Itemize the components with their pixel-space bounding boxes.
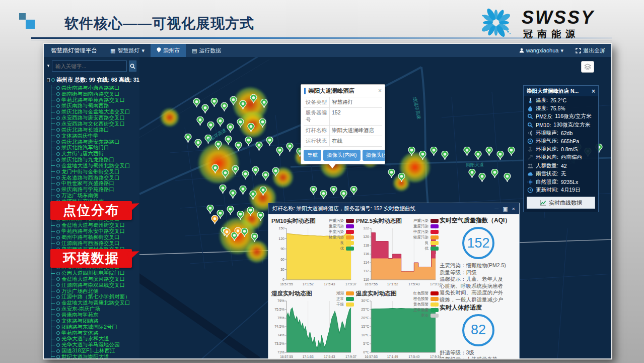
streetlight-marker-online[interactable]: [237, 118, 244, 128]
tree-root-node[interactable]: 崇州市 总数: 99 在线: 68 离线: 31: [47, 76, 139, 84]
streetlight-marker-online[interactable]: [255, 142, 263, 151]
streetlight-marker-online[interactable]: [468, 169, 476, 178]
streetlight-marker-online[interactable]: [225, 136, 232, 145]
streetlight-marker-online[interactable]: [237, 211, 244, 220]
streetlight-marker-online[interactable]: [196, 116, 204, 126]
streetlight-marker-online[interactable]: [430, 147, 438, 156]
streetlight-marker-warning[interactable]: [234, 227, 242, 237]
streetlight-marker-online[interactable]: [276, 147, 283, 156]
streetlight-marker-online[interactable]: [441, 151, 449, 160]
search-button[interactable]: [129, 60, 136, 72]
restore-icon[interactable]: ▣: [503, 206, 508, 212]
popup-action-button[interactable]: 导航: [304, 150, 321, 161]
streetlight-marker-online[interactable]: [252, 166, 259, 176]
streetlight-marker-online[interactable]: [388, 169, 395, 178]
popup-detail-row: 服务器编号152: [304, 108, 382, 126]
tree-collapse-icon[interactable]: [47, 78, 50, 82]
streetlight-marker-online[interactable]: [245, 137, 252, 146]
streetlight-marker-online[interactable]: [206, 205, 214, 214]
streetlight-marker-online[interactable]: [310, 186, 317, 196]
streetlight-marker-online[interactable]: [491, 169, 498, 178]
aqi-comfort-column: 实时空气质量指数（AQI）152主要污染：细颗粒物(PM2.5)质量等级：四级温…: [440, 216, 517, 359]
streetlight-marker-online[interactable]: [250, 94, 257, 104]
streetlight-marker-online[interactable]: [474, 151, 482, 160]
streetlight-marker-online[interactable]: [247, 207, 254, 216]
close-icon[interactable]: ×: [378, 87, 382, 94]
streetlight-marker-online[interactable]: [201, 104, 209, 114]
close-icon[interactable]: ×: [512, 206, 515, 212]
realtime-curve-button[interactable]: 实时曲线数据: [527, 197, 595, 209]
chart-panel-title: 灯杆名称: 崇阳大道澜峰酒店，服务器编号: 152 实时数据曲线: [272, 205, 490, 212]
svg-text:17:5:43: 17:5:43: [324, 355, 335, 358]
streetlight-marker-online[interactable]: [221, 102, 228, 112]
chart-legend: 严重污染重度污染中度污染轻度污染良优: [329, 218, 354, 251]
streetlight-marker-online[interactable]: [210, 98, 218, 107]
streetlight-marker-online[interactable]: [227, 124, 234, 133]
gauge-value: 152: [462, 227, 494, 259]
streetlight-marker-online[interactable]: [193, 98, 200, 108]
svg-text:16:57:55: 16:57:55: [365, 282, 378, 286]
streetlight-marker-online[interactable]: [242, 170, 249, 180]
streetlight-marker-online[interactable]: [211, 164, 219, 174]
nav-item-running-data[interactable]: ▤ 运行数据: [186, 44, 227, 57]
streetlight-marker-online[interactable]: [272, 167, 279, 177]
streetlight-marker-online[interactable]: [504, 173, 511, 183]
streetlight-marker-online[interactable]: [251, 233, 258, 243]
streetlight-marker-online[interactable]: [259, 118, 266, 128]
streetlight-marker-online[interactable]: [247, 123, 255, 133]
lamp-node-icon: [56, 224, 60, 227]
streetlight-marker-online[interactable]: [508, 147, 515, 156]
streetlight-marker-online[interactable]: [463, 147, 471, 156]
streetlight-marker-warning[interactable]: [211, 215, 219, 225]
streetlight-marker-online[interactable]: [235, 142, 242, 151]
streetlight-marker-online[interactable]: [260, 99, 268, 108]
streetlight-marker-online[interactable]: [230, 96, 237, 106]
streetlight-marker-online[interactable]: [194, 139, 202, 149]
map-layers-button[interactable]: [581, 61, 594, 73]
nav-item-lamps[interactable]: ▦ 智慧路灯 ▾: [104, 44, 151, 57]
streetlight-marker-online[interactable]: [478, 173, 486, 183]
popup-field-label: 设备类型: [304, 97, 330, 107]
streetlight-marker-online[interactable]: [286, 143, 294, 152]
streetlight-marker-online[interactable]: [239, 100, 247, 110]
streetlight-marker-online[interactable]: [330, 186, 337, 196]
streetlight-marker-online[interactable]: [249, 191, 257, 200]
streetlight-marker-online[interactable]: [207, 122, 214, 131]
streetlight-marker-online[interactable]: [222, 169, 229, 179]
gauge-value: 82: [462, 314, 494, 346]
streetlight-marker-online[interactable]: [214, 141, 222, 150]
svg-text:10℃: 10℃: [361, 333, 369, 337]
minimize-icon[interactable]: ─: [494, 206, 498, 212]
user-menu[interactable]: wangxiaohua ▾: [513, 44, 569, 57]
search-input[interactable]: [52, 60, 127, 72]
streetlight-marker-online[interactable]: [257, 212, 264, 221]
streetlight-marker-online[interactable]: [350, 186, 357, 196]
streetlight-marker-online[interactable]: [219, 185, 227, 194]
streetlight-marker-warning[interactable]: [223, 228, 231, 238]
streetlight-marker-online[interactable]: [239, 186, 247, 195]
popup-action-button[interactable]: 摄像头(内网): [323, 150, 361, 161]
exit-fullscreen-button[interactable]: 退出全屏: [569, 44, 611, 57]
streetlight-marker-online[interactable]: [485, 147, 493, 156]
streetlight-marker-online[interactable]: [398, 173, 405, 183]
streetlight-marker-online[interactable]: [259, 187, 267, 196]
streetlight-marker-online[interactable]: [241, 228, 248, 237]
streetlight-marker-online[interactable]: [340, 190, 347, 200]
streetlight-marker-online[interactable]: [229, 190, 237, 199]
streetlight-marker-online[interactable]: [408, 147, 415, 156]
close-icon[interactable]: ×: [592, 88, 595, 95]
gauge-title: 实时空气质量指数（AQI）: [440, 216, 517, 225]
streetlight-marker-online[interactable]: [227, 206, 234, 215]
streetlight-marker-online[interactable]: [266, 137, 273, 146]
svg-text:76%: 76%: [277, 299, 284, 302]
streetlight-marker-online[interactable]: [217, 117, 224, 127]
streetlight-marker-online[interactable]: [262, 171, 269, 181]
streetlight-marker-online[interactable]: [232, 165, 239, 175]
popup-action-button[interactable]: 摄像头(外网): [363, 150, 385, 161]
sidebar-item[interactable]: 世纪大道与崇阳大道: [51, 354, 139, 358]
nav-item-city[interactable]: 崇州市: [151, 44, 186, 57]
streetlight-marker-online[interactable]: [184, 134, 192, 143]
streetlight-marker-online[interactable]: [419, 151, 426, 160]
streetlight-marker-online[interactable]: [496, 151, 504, 160]
streetlight-marker-online[interactable]: [320, 190, 327, 200]
